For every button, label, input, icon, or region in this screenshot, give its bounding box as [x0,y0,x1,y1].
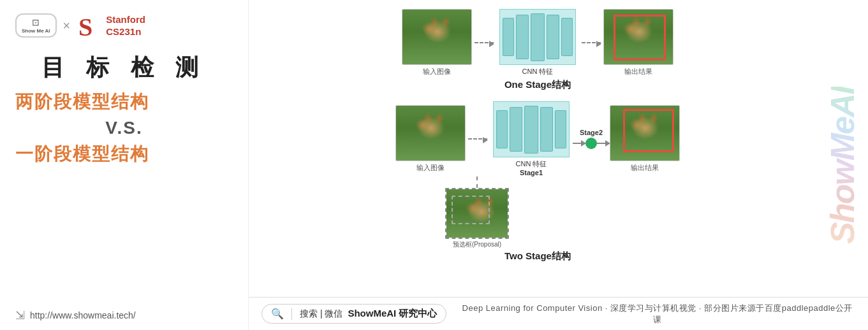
stanford-s-icon: S [77,11,102,39]
one-stage-title: One Stage结构 [504,79,571,91]
one-stage-output-label: 输出结果 [624,67,652,76]
showmeai-text: Show Me Al [22,28,50,34]
dashed-arrow [474,42,494,43]
two-stage-cnn-wrapper: CNN 特征 Stage1 [490,101,573,176]
one-stage-cnn-wrapper: CNN 特征 [496,9,579,76]
one-stage-arrow1 [472,42,496,43]
two-stage-input-image [395,105,466,161]
two-stage-cnn-block [493,101,570,157]
stage1-label: Stage1 [520,169,543,176]
watermark: ShowMeAI [817,0,868,330]
search-label: 搜索 | 微信 [300,308,342,320]
one-stage-arrow2 [579,42,603,43]
arrow-from-node [597,143,610,144]
cnn-layer-t4 [540,107,553,152]
proposal-image [445,188,509,239]
page-title: 目 标 检 测 [15,52,233,83]
two-stage-input-wrapper: 输入图像 [395,105,466,173]
one-stage-input-image [402,9,472,65]
stage2-label: Stage2 [580,129,603,136]
two-stage-node-area: Stage2 [573,129,610,149]
screen-icon: ⊡ [32,17,40,28]
cursor-icon: ⇲ [15,308,25,322]
cat-input-img [402,10,471,64]
search-icon: 🔍 [271,308,284,320]
stage2-node [585,138,597,149]
proposal-label: 预选框(Proposal) [453,240,501,249]
detection-box-one [614,15,666,61]
two-stage-main-row: 输入图像 [395,101,680,176]
showmeai-logo: ⊡ Show Me Al [15,13,57,38]
one-stage-section: 输入图像 [261,9,814,91]
two-stage-output-wrapper: 输出结果 [610,105,680,173]
vertical-arrow-down [476,176,478,188]
two-stage-section: 输入图像 [261,101,814,262]
cnn-layers-two [496,102,566,157]
dashed-arrow2 [582,42,601,43]
cnn-layer-t3 [524,106,538,154]
stanford-text: Stanford CS231n [106,13,145,38]
cnn-layer-5 [561,18,573,56]
cnn-layer-t1 [496,110,508,148]
one-stage-input-label: 输入图像 [423,67,451,76]
left-panel: ⊡ Show Me Al × S Stanford CS231n 目 标 检 测… [0,0,249,330]
two-stage-cnn-label: CNN 特征 [516,159,547,169]
cnn-layer-t5 [555,110,566,148]
two-stage-arrow1 [466,138,490,140]
two-stage-output-image [610,105,680,161]
cnn-layer-t2 [510,107,522,152]
x-mark: × [63,18,71,33]
one-stage-cnn-block [499,9,576,65]
cnn-layer-1 [503,18,514,56]
one-stage-label: 一阶段模型结构 [15,142,233,166]
cnn-layer-4 [547,15,559,59]
proposal-branch: 预选框(Proposal) [445,176,509,249]
stanford-line2: CS231n [106,25,145,38]
proposal-wrapper: 预选框(Proposal) [445,188,509,249]
url-text: http://www.showmeai.tech/ [30,310,136,320]
one-stage-output-image [603,9,673,65]
proposal-dashed-box [452,196,490,224]
one-stage-input-wrapper: 输入图像 [402,9,472,76]
stanford-line1: Stanford [106,13,145,26]
node-row [573,138,610,149]
one-stage-cnn-label: CNN 特征 [522,67,554,76]
url-bar: ⇲ http://www.showmeai.tech/ [15,308,233,322]
diagram-area: 输入图像 [261,9,814,294]
detection-box-two [623,109,674,152]
two-stage-title: Two Stage结构 [504,250,571,262]
two-stage-input-label: 输入图像 [416,163,445,173]
two-stage-label: 两阶段模型结构 [15,90,233,114]
right-panel: ShowMeAI 输入图像 [249,0,868,330]
bottom-caption: Deep Learning for Computer Vision · 深度学习… [459,303,855,326]
cat-input-two [396,106,465,161]
arrow-to-node [573,143,585,144]
search-box[interactable]: 🔍 搜索 | 微信 ShowMeAI 研究中心 [261,304,446,324]
logo-bar: ⊡ Show Me Al × S Stanford CS231n [15,11,233,39]
search-bold-label: ShowMeAI 研究中心 [348,308,437,320]
vs-label: V.S. [15,118,233,138]
cnn-layers [503,10,573,64]
cnn-layer-3 [531,13,545,61]
search-divider [291,308,292,320]
dashed-arrow-two1 [468,138,487,140]
svg-text:S: S [78,13,92,39]
two-stage-output-label: 输出结果 [631,163,659,173]
bottom-bar: 🔍 搜索 | 微信 ShowMeAI 研究中心 Deep Learning fo… [249,297,868,330]
one-stage-output-wrapper: 输出结果 [603,9,673,76]
watermark-text: ShowMeAI [823,87,862,244]
cnn-layer-2 [516,15,529,59]
stanford-logo: S Stanford CS231n [77,11,145,39]
one-stage-row: 输入图像 [402,9,673,76]
